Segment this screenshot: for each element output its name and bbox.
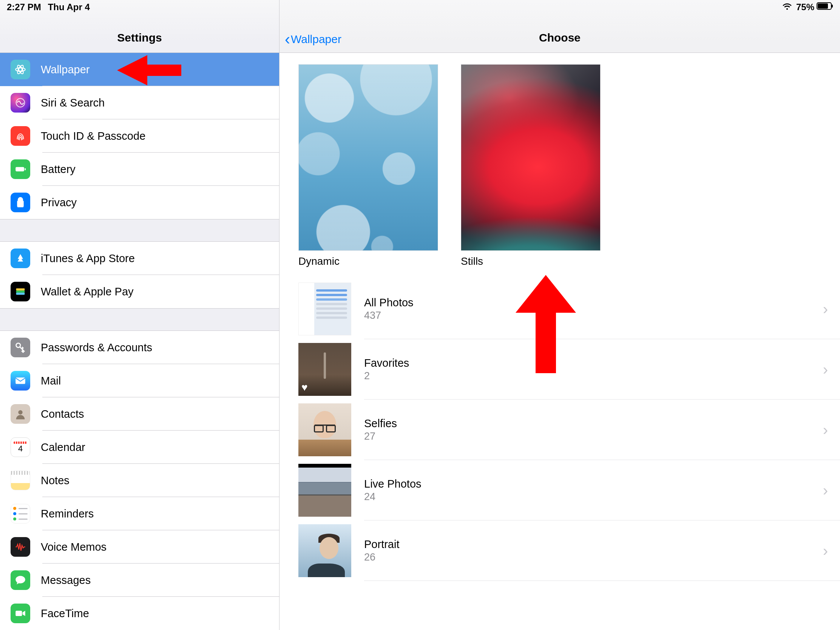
privacy-icon (11, 193, 30, 212)
album-thumbnail (298, 283, 351, 335)
album-row-selfies[interactable]: Selfies 27 › (279, 399, 840, 460)
sidebar-item-wallpaper[interactable]: Wallpaper (0, 53, 279, 86)
album-title: Live Photos (364, 478, 823, 490)
status-date: Thu Apr 4 (48, 2, 90, 13)
sidebar-item-voicememos[interactable]: Voice Memos (0, 530, 279, 564)
svg-point-14 (16, 343, 21, 347)
sidebar-item-wallet[interactable]: Wallet & Apple Pay (0, 275, 279, 308)
album-count: 24 (364, 491, 823, 503)
sidebar-item-battery[interactable]: Battery (0, 153, 279, 186)
sidebar-item-label: Privacy (41, 196, 77, 209)
battery-percent: 75% (796, 2, 814, 13)
album-title: Portrait (364, 538, 823, 551)
back-button[interactable]: ‹ Wallpaper (285, 33, 341, 46)
sidebar-item-facetime[interactable]: FaceTime (0, 597, 279, 630)
sidebar-item-label: Calendar (41, 441, 85, 454)
sidebar-item-label: Reminders (41, 508, 94, 520)
facetime-icon (11, 603, 30, 623)
wallpaper-type-dynamic[interactable]: Dynamic (298, 64, 438, 267)
chevron-right-icon: › (823, 361, 828, 378)
appstore-icon (11, 248, 30, 268)
sidebar-item-messages[interactable]: Messages (0, 564, 279, 597)
svg-rect-8 (16, 167, 24, 171)
album-row-portrait[interactable]: Portrait 26 › (279, 521, 840, 581)
album-row-favorites[interactable]: ♥ Favorites 2 › (279, 339, 840, 399)
chevron-left-icon: ‹ (285, 34, 290, 45)
sidebar-item-label: Battery (41, 163, 76, 175)
sidebar-item-label: FaceTime (41, 607, 89, 620)
sidebar-item-touchid[interactable]: Touch ID & Passcode (0, 119, 279, 153)
album-count: 437 (364, 310, 823, 321)
touchid-icon (11, 126, 30, 146)
svg-rect-2 (832, 5, 833, 8)
settings-sidebar: Settings Wallpaper Siri & Search (0, 0, 279, 630)
svg-rect-1 (818, 3, 828, 9)
album-title: All Photos (364, 297, 823, 309)
wifi-icon (782, 2, 793, 13)
sidebar-item-itunes[interactable]: iTunes & App Store (0, 242, 279, 275)
back-button-label: Wallpaper (291, 33, 341, 46)
calendar-icon: 4 (11, 437, 30, 457)
album-thumbnail (298, 524, 351, 577)
chevron-right-icon: › (823, 482, 828, 499)
svg-rect-15 (16, 378, 25, 384)
chevron-right-icon: › (823, 542, 828, 559)
sidebar-item-label: Wallpaper (41, 63, 90, 76)
sidebar-item-contacts[interactable]: Contacts (0, 397, 279, 431)
key-icon (11, 338, 30, 357)
svg-rect-17 (16, 611, 22, 616)
status-bar: 2:27 PM Thu Apr 4 75% (0, 0, 840, 14)
sidebar-item-reminders[interactable]: Reminders (0, 497, 279, 530)
sidebar-item-label: Passwords & Accounts (41, 341, 152, 354)
siri-icon (11, 93, 30, 112)
sidebar-item-label: Voice Memos (41, 541, 106, 553)
sidebar-item-siri[interactable]: Siri & Search (0, 86, 279, 119)
sidebar-item-label: Notes (41, 474, 69, 487)
album-thumbnail (298, 464, 351, 517)
page-title: Choose (539, 32, 581, 44)
svg-rect-10 (17, 201, 24, 207)
battery-icon (816, 2, 833, 13)
sidebar-item-label: Wallet & Apple Pay (41, 286, 134, 298)
sidebar-item-passwords[interactable]: Passwords & Accounts (0, 331, 279, 364)
stills-thumbnail (461, 64, 600, 251)
svg-point-16 (18, 410, 22, 414)
main-panel: ‹ Wallpaper Choose Dynamic Stills (279, 0, 840, 630)
messages-icon (11, 570, 30, 590)
svg-rect-12 (16, 291, 25, 293)
dynamic-thumbnail (298, 64, 438, 251)
sidebar-item-label: iTunes & App Store (41, 252, 135, 265)
album-count: 26 (364, 551, 823, 563)
album-count: 27 (364, 431, 823, 442)
reminders-icon (11, 504, 30, 524)
album-title: Favorites (364, 357, 823, 369)
wallet-icon (11, 282, 30, 302)
svg-rect-9 (25, 168, 26, 171)
sidebar-item-label: Messages (41, 574, 91, 587)
svg-rect-13 (16, 293, 25, 295)
sidebar-item-calendar[interactable]: 4 Calendar (0, 431, 279, 464)
svg-rect-11 (16, 289, 25, 291)
contacts-icon (11, 404, 30, 424)
wallpaper-type-label: Dynamic (298, 255, 438, 267)
album-thumbnail (298, 403, 351, 456)
wallpaper-icon (11, 60, 30, 79)
album-row-all-photos[interactable]: All Photos 437 › (279, 279, 840, 339)
chevron-right-icon: › (823, 301, 828, 317)
wallpaper-type-label: Stills (461, 255, 600, 267)
chevron-right-icon: › (823, 422, 828, 439)
wallpaper-type-stills[interactable]: Stills (461, 64, 600, 267)
battery-settings-icon (11, 159, 30, 179)
sidebar-item-label: Mail (41, 375, 61, 387)
sidebar-item-label: Contacts (41, 408, 84, 420)
notes-icon (11, 471, 30, 490)
sidebar-item-privacy[interactable]: Privacy (0, 186, 279, 219)
album-row-live-photos[interactable]: Live Photos 24 › (279, 460, 840, 521)
sidebar-item-label: Siri & Search (41, 97, 105, 109)
sidebar-item-notes[interactable]: Notes (0, 464, 279, 497)
sidebar-item-mail[interactable]: Mail (0, 364, 279, 397)
status-time: 2:27 PM (7, 2, 41, 13)
album-thumbnail: ♥ (298, 343, 351, 396)
album-count: 2 (364, 370, 823, 382)
sidebar-item-label: Touch ID & Passcode (41, 130, 145, 142)
